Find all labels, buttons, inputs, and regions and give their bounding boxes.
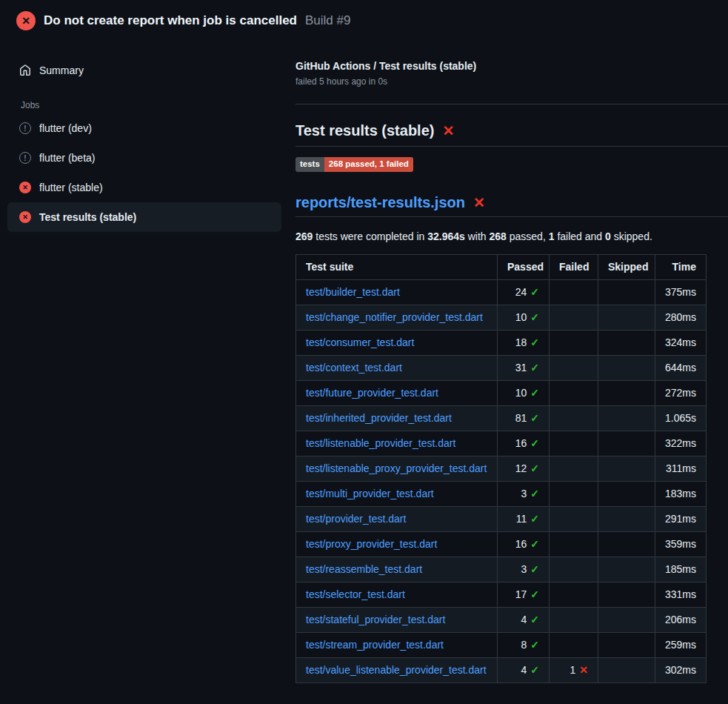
check-icon: ✓ bbox=[530, 664, 539, 676]
job-label: flutter (stable) bbox=[39, 182, 103, 193]
sidebar-item-flutter-stable-[interactable]: ✕flutter (stable) bbox=[7, 173, 281, 202]
passed-cell: 16✓ bbox=[498, 431, 550, 456]
job-label: Test results (stable) bbox=[39, 211, 136, 223]
suite-link[interactable]: test/consumer_test.dart bbox=[306, 336, 414, 348]
passed-cell: 10✓ bbox=[498, 380, 550, 405]
passed-count: 11 bbox=[516, 513, 527, 525]
failed-count: 1 bbox=[570, 664, 575, 676]
passed-cell: 81✓ bbox=[498, 405, 550, 431]
build-number: Build #9 bbox=[305, 13, 350, 28]
suite-cell: test/stateful_provider_test.dart bbox=[296, 607, 498, 632]
table-row: test/builder_test.dart24✓375ms bbox=[296, 279, 707, 305]
check-icon: ✓ bbox=[530, 362, 539, 373]
column-header-time: Time bbox=[655, 254, 707, 279]
failed-cell bbox=[550, 607, 598, 632]
sidebar-item-flutter-dev-[interactable]: !flutter (dev) bbox=[7, 113, 281, 143]
suite-cell: test/context_test.dart bbox=[296, 355, 498, 380]
failed-cell bbox=[550, 557, 598, 582]
check-icon: ✓ bbox=[530, 336, 539, 348]
column-header-skipped: Skipped bbox=[598, 254, 655, 279]
suite-cell: test/provider_test.dart bbox=[296, 506, 498, 531]
check-icon: ✓ bbox=[530, 462, 539, 474]
suite-link[interactable]: test/inherited_provider_test.dart bbox=[306, 412, 452, 424]
jobs-section-label: Jobs bbox=[21, 100, 289, 110]
passed-count: 16 bbox=[515, 538, 527, 550]
suite-link[interactable]: test/listenable_proxy_provider_test.dart bbox=[306, 462, 487, 474]
suite-cell: test/listenable_provider_test.dart bbox=[296, 431, 498, 456]
check-icon: ✓ bbox=[530, 311, 539, 323]
suite-cell: test/stream_provider_test.dart bbox=[296, 632, 498, 657]
failed-cell bbox=[550, 582, 598, 607]
time-cell: 206ms bbox=[655, 607, 707, 632]
failed-cell bbox=[550, 431, 598, 456]
skipped-cell bbox=[598, 657, 655, 683]
sidebar-item-flutter-beta-[interactable]: !flutter (beta) bbox=[7, 143, 281, 173]
passed-count: 24 bbox=[515, 286, 527, 298]
suite-link[interactable]: test/value_listenable_provider_test.dart bbox=[306, 664, 487, 676]
passed-count: 4 bbox=[521, 614, 527, 625]
job-list: !flutter (dev)!flutter (beta)✕flutter (s… bbox=[0, 113, 289, 232]
failed-cell bbox=[550, 279, 598, 305]
suite-cell: test/listenable_proxy_provider_test.dart bbox=[296, 456, 498, 481]
summary-segment: skipped. bbox=[611, 230, 652, 242]
tests-badge: tests 268 passed, 1 failed bbox=[295, 157, 413, 172]
passed-cell: 18✓ bbox=[498, 330, 550, 355]
failed-cell bbox=[550, 380, 598, 405]
suite-cell: test/change_notifier_provider_test.dart bbox=[296, 305, 498, 330]
suite-link[interactable]: test/multi_provider_test.dart bbox=[306, 488, 434, 499]
time-cell: 331ms bbox=[655, 582, 707, 607]
skipped-cell bbox=[598, 506, 655, 531]
passed-cell: 8✓ bbox=[498, 632, 550, 657]
suite-link[interactable]: test/context_test.dart bbox=[306, 362, 402, 373]
passed-count: 16 bbox=[515, 437, 527, 449]
suite-link[interactable]: test/stream_provider_test.dart bbox=[306, 639, 444, 651]
passed-cell: 4✓ bbox=[498, 657, 550, 683]
passed-count: 31 bbox=[515, 362, 527, 373]
column-header-passed: Passed bbox=[498, 254, 550, 279]
job-label: flutter (dev) bbox=[39, 122, 92, 134]
suite-cell: test/selector_test.dart bbox=[296, 582, 498, 607]
suite-link[interactable]: test/stateful_provider_test.dart bbox=[306, 614, 445, 625]
passed-count: 10 bbox=[515, 387, 527, 399]
summary-segment: 268 bbox=[490, 230, 507, 242]
check-icon: ✓ bbox=[530, 588, 539, 600]
skipped-cell bbox=[598, 481, 655, 506]
failed-cell bbox=[550, 506, 598, 531]
sidebar-item-summary[interactable]: Summary bbox=[7, 56, 281, 85]
suite-cell: test/value_listenable_provider_test.dart bbox=[296, 657, 498, 683]
time-cell: 185ms bbox=[655, 557, 707, 582]
suite-link[interactable]: test/listenable_provider_test.dart bbox=[306, 437, 455, 449]
check-icon: ✓ bbox=[530, 614, 539, 625]
suite-link[interactable]: test/selector_test.dart bbox=[306, 588, 405, 600]
run-summary-text: 269 tests were completed in 32.964s with… bbox=[295, 230, 728, 242]
failed-cell bbox=[550, 481, 598, 506]
passed-count: 18 bbox=[515, 336, 527, 348]
passed-count: 17 bbox=[515, 588, 527, 600]
skipped-cell bbox=[598, 355, 655, 380]
passed-count: 3 bbox=[521, 563, 527, 575]
check-icon: ✓ bbox=[530, 412, 539, 424]
sidebar-item-test-results-stable-[interactable]: ✕Test results (stable) bbox=[7, 202, 281, 232]
check-icon: ✓ bbox=[530, 437, 539, 449]
failed-cell bbox=[550, 305, 598, 330]
summary-segment: 0 bbox=[605, 230, 611, 242]
report-file-link[interactable]: reports/test-results.json bbox=[295, 194, 465, 211]
suite-link[interactable]: test/proxy_provider_test.dart bbox=[306, 538, 437, 550]
failed-cell bbox=[550, 355, 598, 380]
suite-link[interactable]: test/future_provider_test.dart bbox=[306, 387, 438, 399]
suite-link[interactable]: test/provider_test.dart bbox=[306, 513, 406, 525]
suite-link[interactable]: test/reassemble_test.dart bbox=[306, 563, 422, 575]
table-header-row: Test suitePassedFailedSkippedTime bbox=[296, 254, 707, 279]
skipped-cell bbox=[598, 431, 655, 456]
passed-cell: 17✓ bbox=[498, 582, 550, 607]
table-row: test/selector_test.dart17✓331ms bbox=[296, 582, 707, 607]
cancelled-status-icon: ! bbox=[19, 122, 31, 134]
sidebar-summary-label: Summary bbox=[39, 64, 84, 76]
suite-link[interactable]: test/builder_test.dart bbox=[306, 286, 400, 298]
passed-cell: 12✓ bbox=[498, 456, 550, 481]
table-row: test/proxy_provider_test.dart16✓359ms bbox=[296, 531, 707, 557]
suite-link[interactable]: test/change_notifier_provider_test.dart bbox=[306, 311, 483, 323]
time-cell: 1.065s bbox=[655, 405, 707, 431]
column-header-test-suite: Test suite bbox=[296, 254, 498, 279]
suite-cell: test/proxy_provider_test.dart bbox=[296, 531, 498, 557]
